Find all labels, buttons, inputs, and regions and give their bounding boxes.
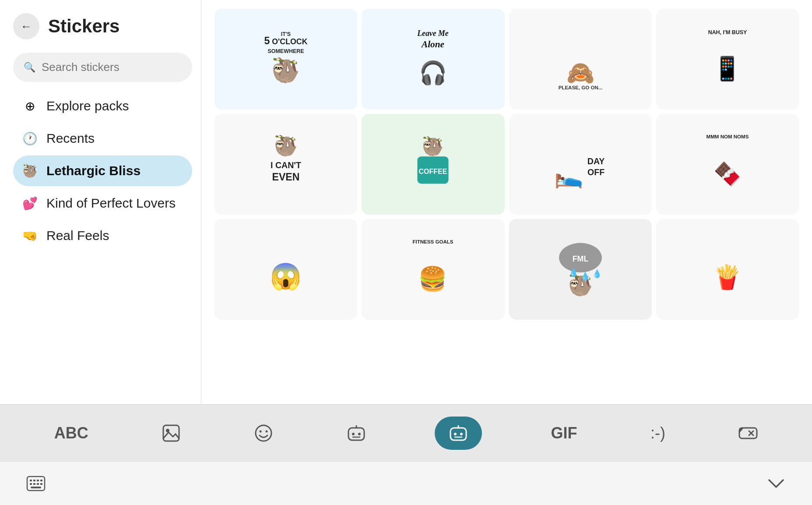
sidebar-item-label: Recents: [46, 131, 95, 146]
sticker-cell[interactable]: Leave Me Alone 🎧: [362, 9, 504, 109]
svg-text:🍫: 🍫: [714, 161, 742, 187]
svg-text:I CAN'T: I CAN'T: [271, 160, 301, 170]
sticker-grid: IT'S 5 O'CLOCK SOMEWHERE 🦥 Leave Me Alon…: [214, 9, 799, 320]
svg-text:🛌: 🛌: [554, 162, 583, 190]
sticker-active-icon: [449, 424, 468, 443]
svg-text:NAH, I'M BUSY: NAH, I'M BUSY: [708, 29, 747, 35]
recents-icon: 🕐: [22, 131, 38, 146]
svg-text:FML: FML: [572, 254, 588, 263]
sticker-cell[interactable]: DAY OFF 🛌: [509, 114, 652, 215]
search-icon: 🔍: [24, 62, 35, 73]
svg-point-45: [460, 433, 463, 435]
delete-icon: [738, 424, 758, 443]
svg-rect-37: [348, 428, 364, 440]
svg-text:📱: 📱: [713, 55, 742, 83]
back-button[interactable]: ←: [13, 13, 39, 39]
image-button[interactable]: [157, 419, 185, 447]
sticker-cell[interactable]: IT'S 5 O'CLOCK SOMEWHERE 🦥: [214, 9, 357, 109]
delete-button[interactable]: [734, 419, 762, 447]
svg-text:Leave Me: Leave Me: [417, 29, 449, 38]
keyboard-icon: [26, 476, 46, 491]
lovers-icon: 💕: [22, 196, 38, 211]
svg-text:💧: 💧: [592, 269, 602, 279]
kaomoji-button[interactable]: :-): [646, 420, 670, 447]
svg-rect-32: [163, 425, 179, 441]
svg-point-40: [358, 433, 361, 435]
svg-text:😱: 😱: [270, 261, 302, 292]
svg-text:EVEN: EVEN: [272, 171, 300, 183]
keyboard-button[interactable]: [22, 471, 50, 496]
svg-rect-60: [40, 483, 42, 485]
sticker-cell[interactable]: FML 🦥 💧 💧 💧: [509, 219, 652, 320]
svg-point-35: [260, 430, 262, 432]
sidebar-item-recents[interactable]: 🕐 Recents: [13, 123, 192, 154]
svg-point-44: [454, 433, 457, 435]
abc-button[interactable]: ABC: [50, 420, 93, 447]
svg-text:Alone: Alone: [421, 39, 444, 49]
sticker-bot-button[interactable]: [342, 419, 370, 447]
svg-text:OFF: OFF: [587, 167, 605, 177]
svg-point-36: [266, 430, 268, 432]
svg-rect-53: [30, 480, 32, 481]
sticker-cell[interactable]: I CAN'T EVEN 🦥: [214, 114, 357, 215]
sticker-cell[interactable]: 🍟: [656, 219, 799, 320]
sidebar-header: ← Stickers: [13, 13, 192, 39]
svg-text:🍟: 🍟: [713, 263, 742, 291]
sticker-cell[interactable]: 🙈 PLEASE, GO ON...: [509, 9, 652, 109]
sticker-active-button[interactable]: [435, 417, 482, 450]
svg-rect-56: [40, 480, 42, 481]
svg-rect-57: [30, 483, 32, 485]
chevron-down-icon: [766, 477, 786, 491]
sticker-cell[interactable]: 😱: [214, 219, 357, 320]
svg-text:🍔: 🍔: [418, 265, 448, 293]
svg-text:🦥: 🦥: [274, 134, 299, 158]
svg-text:🦥: 🦥: [422, 136, 445, 157]
svg-point-34: [256, 425, 271, 441]
very-bottom-bar: [0, 461, 812, 505]
svg-text:DAY: DAY: [587, 156, 604, 166]
emoji-button[interactable]: [250, 419, 278, 447]
svg-text:MMM NOM NOMS: MMM NOM NOMS: [706, 134, 749, 139]
lethargic-icon: 🦥: [22, 164, 38, 178]
sidebar-item-label: Lethargic Bliss: [46, 163, 141, 178]
bottom-toolbar: ABC: [0, 404, 812, 461]
svg-rect-42: [450, 428, 466, 440]
search-box[interactable]: 🔍: [13, 53, 192, 82]
realfeels-icon: 🤜: [22, 229, 38, 243]
svg-point-39: [352, 433, 355, 435]
sidebar-item-explore[interactable]: ⊕ Explore packs: [13, 91, 192, 121]
svg-text:PLEASE, GO ON...: PLEASE, GO ON...: [558, 85, 602, 90]
sidebar-item-label: Real Feels: [46, 228, 109, 243]
sidebar-item-label: Explore packs: [46, 99, 129, 113]
svg-text:💧: 💧: [569, 268, 579, 277]
svg-text:💧: 💧: [580, 272, 591, 281]
sticker-cell[interactable]: COFFEE 🦥: [362, 114, 504, 215]
svg-rect-54: [33, 480, 35, 481]
gif-button[interactable]: GIF: [547, 420, 582, 447]
sticker-cell[interactable]: MMM NOM NOMS 🍫: [656, 114, 799, 215]
explore-icon: ⊕: [22, 99, 38, 113]
svg-text:IT'S: IT'S: [281, 31, 291, 37]
page-title: Stickers: [48, 16, 120, 37]
svg-text:🎧: 🎧: [419, 60, 447, 86]
svg-text:SOMEWHERE: SOMEWHERE: [268, 48, 304, 54]
sidebar-item-lethargic[interactable]: 🦥 Lethargic Bliss: [13, 155, 192, 186]
emoji-icon: [254, 424, 273, 443]
svg-text:FITNESS GOALS: FITNESS GOALS: [413, 239, 453, 244]
svg-rect-58: [33, 483, 35, 485]
sticker-cell[interactable]: NAH, I'M BUSY 📱: [656, 9, 799, 109]
svg-text:🦥: 🦥: [271, 57, 301, 85]
sidebar: ← Stickers 🔍 ⊕ Explore packs 🕐 Recents 🦥…: [0, 0, 201, 404]
chevron-down-button[interactable]: [762, 472, 790, 495]
sticker-area: IT'S 5 O'CLOCK SOMEWHERE 🦥 Leave Me Alon…: [201, 0, 812, 404]
sticker-bot-icon: [347, 424, 366, 443]
search-input[interactable]: [42, 60, 182, 74]
sticker-cell[interactable]: FITNESS GOALS 🍔: [362, 219, 504, 320]
sidebar-item-realfeels[interactable]: 🤜 Real Feels: [13, 220, 192, 251]
svg-rect-61: [31, 487, 41, 488]
svg-rect-59: [37, 483, 39, 485]
svg-text:🙈: 🙈: [566, 60, 595, 86]
sidebar-item-label: Kind of Perfect Lovers: [46, 196, 176, 211]
svg-rect-55: [37, 480, 39, 481]
sidebar-item-lovers[interactable]: 💕 Kind of Perfect Lovers: [13, 188, 192, 219]
